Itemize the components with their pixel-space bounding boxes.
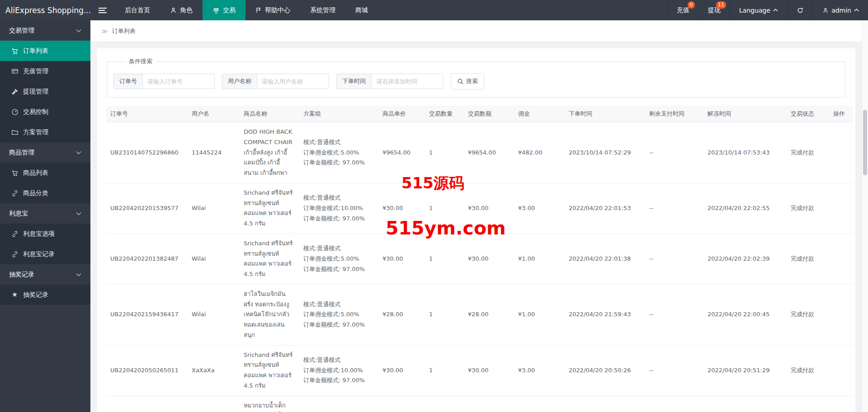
order-no-cell: UB2204202201539577 — [106, 183, 187, 234]
commission-cell: ¥3.00 — [514, 345, 564, 396]
order-time-cell: 2022/04/20 22:01:53 — [564, 183, 645, 234]
username-input[interactable] — [257, 74, 329, 89]
plan-commission-mode: 订单佣金模式:10.00% — [303, 203, 373, 214]
section-title: 利息宝 — [9, 210, 28, 218]
unit-price-cell: ¥29.00 — [378, 396, 425, 412]
order-time-field-label: 下单时间 — [336, 74, 371, 89]
commission-cell: ¥1.00 — [514, 234, 564, 284]
table-row: UB2310140752296860 11445224 DOD HIGH BAC… — [106, 122, 853, 183]
order-time-cell: 2022/04/20 20:50:26 — [564, 345, 645, 396]
topbar: AliExpress Shopping... 后台首页 角色 交易 帮助中心 — [0, 0, 868, 20]
sidebar-item-interest-options[interactable]: 利息宝选项 — [0, 224, 90, 244]
star-icon: ★ — [11, 291, 19, 298]
search-icon — [457, 78, 464, 85]
commission-cell: ¥3.00 — [514, 183, 564, 234]
section-title: 商品管理 — [9, 149, 34, 157]
table-row: UB2204202201382487 Wilai Srichand ศรีจัน… — [106, 234, 853, 284]
language-label: Language — [739, 7, 770, 14]
sidebar-section-trade-management[interactable]: 交易管理 — [0, 20, 90, 41]
menu-item-system[interactable]: 系统管理 — [300, 0, 345, 20]
search-button[interactable]: 搜索 — [451, 73, 484, 89]
amount-cell: ¥29.00 — [463, 396, 514, 412]
qty-cell: 1 — [425, 396, 463, 412]
card-icon — [11, 68, 19, 75]
username-cell: XaXaXa — [187, 345, 239, 396]
sidebar-item-label: 方案管理 — [23, 128, 48, 136]
chevron-down-icon — [76, 151, 81, 154]
recharge-button[interactable]: 充值 0 — [667, 0, 698, 20]
chevron-up-icon — [854, 9, 859, 12]
menu-item-dashboard[interactable]: 后台首页 — [115, 0, 160, 20]
menu-item-help-center[interactable]: 帮助中心 — [245, 0, 300, 20]
sidebar-toggle-button[interactable] — [90, 0, 115, 20]
breadcrumb: ≫ 订单列表 — [90, 20, 862, 42]
vertical-scrollbar[interactable] — [862, 20, 868, 412]
cart-icon — [11, 47, 19, 55]
link-icon — [11, 230, 19, 238]
order-no-field-group: 订单号 — [113, 74, 215, 89]
order-no-cell: UB2204202049559847 — [106, 396, 187, 412]
sidebar-section-interest-treasure[interactable]: 利息宝 — [0, 203, 90, 224]
menu-label: 帮助中心 — [265, 6, 290, 14]
commission-cell: ¥1.00 — [514, 284, 564, 345]
sidebar-item-recharge-management[interactable]: 充值管理 — [0, 61, 90, 81]
remaining-time-cell: -- — [645, 396, 703, 412]
unit-price-cell: ¥28.00 — [378, 284, 425, 345]
gavel-icon — [11, 88, 19, 95]
status-cell: 完成付款 — [786, 396, 829, 412]
menu-item-trade[interactable]: 交易 — [203, 0, 245, 20]
sidebar-item-plan-management[interactable]: 方案管理 — [0, 122, 90, 142]
order-no-cell: UB2204202201382487 — [106, 234, 187, 284]
section-title: 抽奖记录 — [9, 271, 34, 279]
remaining-time-cell: -- — [645, 345, 703, 396]
col-unfreeze-time: 解冻时间 — [703, 106, 786, 122]
sidebar-section-product-management[interactable]: 商品管理 — [0, 142, 90, 163]
user-dropdown[interactable]: admin — [813, 0, 868, 20]
page-title: 订单列表 — [112, 27, 136, 35]
plan-amount-mode: 订单金额模式: 97.00% — [303, 264, 373, 275]
order-time-input[interactable] — [371, 74, 443, 89]
sidebar-item-order-list[interactable]: 订单列表 — [0, 41, 90, 61]
sidebar-item-product-category[interactable]: 商品分类 — [0, 183, 90, 203]
refresh-button[interactable] — [787, 0, 813, 20]
sidebar-item-withdraw-management[interactable]: 提现管理 — [0, 81, 90, 102]
scrollbar-thumb[interactable] — [863, 110, 867, 175]
menu-item-roles[interactable]: 角色 — [160, 0, 203, 20]
sidebar-item-trade-control[interactable]: 交易控制 — [0, 102, 90, 122]
sidebar-item-lottery-records[interactable]: ★ 抽奖记录 — [0, 285, 90, 305]
username-field-group: 用户名称 — [222, 74, 329, 89]
unfreeze-time-cell: 2022/04/20 22:02:55 — [703, 183, 786, 234]
menu-item-mall[interactable]: 商城 — [345, 0, 378, 20]
topbar-right: 充值 0 提现 11 Language admin — [667, 0, 868, 20]
menu-label: 角色 — [180, 6, 193, 14]
plan-commission-mode: 订单佣金模式:5.00% — [303, 254, 373, 264]
sidebar-item-product-list[interactable]: 商品列表 — [0, 163, 90, 183]
recharge-badge: 0 — [688, 1, 695, 9]
plan-mode: 模式:普通模式 — [303, 243, 373, 254]
order-no-cell: UB2310140752296860 — [106, 122, 187, 183]
sidebar-item-interest-records[interactable]: 利息宝记录 — [0, 244, 90, 264]
user-icon — [822, 7, 829, 14]
menu-label: 交易 — [223, 6, 236, 14]
withdraw-button[interactable]: 提现 11 — [698, 0, 730, 20]
plan-mode: 模式:普通模式 — [303, 300, 373, 310]
product-cell: DOD HIGH BACK COMPACT CHAIR เก้าอี้หลังส… — [239, 122, 299, 183]
sidebar-section-lottery-records[interactable]: 抽奖记录 — [0, 264, 90, 285]
menu-label: 商城 — [355, 6, 368, 14]
amount-cell: ¥9654.00 — [463, 122, 514, 183]
plan-amount-mode: 订单金额模式: 97.00% — [303, 158, 373, 168]
breadcrumb-icon: ≫ — [101, 28, 108, 35]
content: 条件搜索 订单号 用户名称 下单时间 — [90, 42, 862, 412]
order-no-input[interactable] — [142, 74, 215, 89]
col-qty: 交易数量 — [425, 106, 463, 122]
plan-cell: 模式:普通模式 订单佣金模式:5.00% 订单金额模式: 97.00% — [299, 396, 378, 412]
username-cell: Wilai — [187, 183, 239, 234]
sidebar-item-label: 利息宝选项 — [23, 230, 55, 238]
col-plan-group: 方案组 — [299, 106, 378, 122]
unit-price-cell: ¥9654.00 — [378, 122, 425, 183]
unit-price-cell: ¥30.00 — [378, 345, 425, 396]
gauge-icon — [11, 108, 19, 116]
language-dropdown[interactable]: Language — [730, 0, 787, 20]
plan-amount-mode: 订单金额模式: 97.00% — [303, 320, 373, 330]
sidebar-item-label: 商品列表 — [23, 169, 48, 177]
